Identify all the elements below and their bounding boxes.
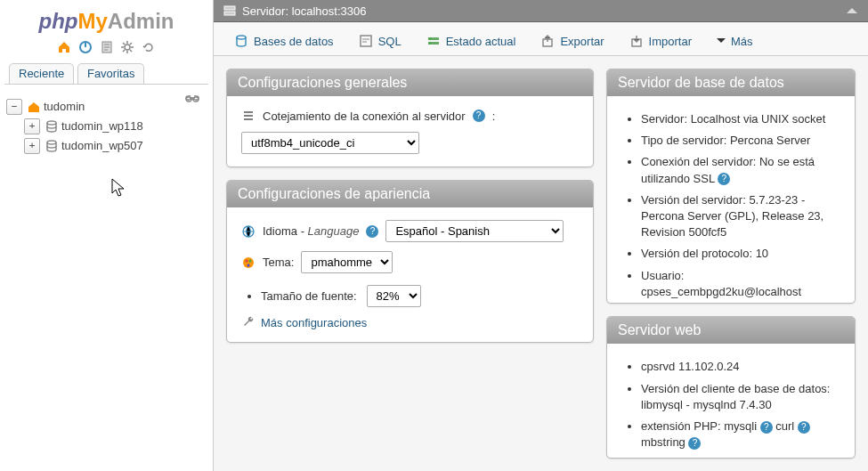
info-item: Versión de PHP: 7.4.30	[641, 453, 840, 459]
database-icon	[45, 139, 59, 153]
svg-point-21	[249, 259, 252, 262]
tree-db-label: tudomin_wp118	[61, 119, 143, 133]
wrench-icon	[241, 315, 256, 329]
navigation-panel: phpMyAdmin Reciente Favoritas − tudomin …	[0, 0, 214, 471]
language-icon	[241, 224, 256, 239]
home-small-icon	[27, 100, 41, 114]
home-icon[interactable]	[57, 40, 71, 54]
link-icon[interactable]	[185, 95, 199, 104]
logo-my: My	[77, 9, 107, 33]
panel-general-settings: Configuraciones generales Cotejamiento d…	[226, 69, 594, 167]
svg-point-7	[47, 141, 56, 144]
svg-rect-9	[224, 12, 235, 15]
collapse-icon[interactable]: −	[6, 99, 22, 115]
panel-title: Servidor web	[607, 317, 855, 344]
settings-icon[interactable]	[120, 40, 134, 54]
tab-label: Bases de datos	[254, 35, 334, 48]
more-settings-link[interactable]: Más configuraciones	[241, 310, 579, 329]
tree-db-label: tudomin_wp507	[61, 139, 143, 152]
logo-admin: Admin	[108, 9, 174, 33]
theme-icon	[241, 256, 256, 270]
svg-point-22	[247, 264, 250, 266]
server-label[interactable]: Servidor: localhost:3306	[242, 4, 366, 18]
sidebar-tabs: Reciente Favoritas	[4, 63, 208, 85]
svg-rect-11	[361, 36, 371, 46]
nav-icon-row	[4, 37, 208, 60]
collapse-panel-icon[interactable]	[845, 6, 859, 15]
language-select[interactable]: Español - Spanish	[385, 220, 564, 242]
collation-label: Cotejamiento de la conexión al servidor	[263, 110, 466, 123]
logo-php: php	[39, 9, 78, 33]
help-icon[interactable]: ?	[718, 173, 730, 185]
sql-icon	[359, 34, 373, 48]
breadcrumb-bar: Servidor: localhost:3306	[214, 0, 868, 22]
panel-title: Configuraciones de apariencia	[227, 181, 593, 207]
svg-point-2	[125, 45, 130, 50]
info-item: Versión del servidor: 5.7.23-23 - Percon…	[641, 190, 840, 244]
tab-label: Estado actual	[446, 35, 516, 48]
chevron-down-icon	[717, 38, 726, 47]
theme-select[interactable]: pmahomme	[301, 251, 393, 273]
info-item: Conjunto de caracteres del servidor: UTF…	[641, 303, 840, 305]
panel-title: Servidor de base de datos	[607, 69, 855, 96]
tab-label: Importar	[649, 35, 692, 48]
svg-point-15	[429, 43, 431, 45]
logout-icon[interactable]	[78, 40, 93, 54]
help-icon[interactable]: ?	[473, 110, 485, 122]
info-item: extensión PHP: mysqli ? curl ? mbstring …	[641, 416, 840, 453]
db-server-info-list: Servidor: Localhost via UNIX socket Tipo…	[621, 109, 840, 304]
info-item: Servidor: Localhost via UNIX socket	[641, 109, 840, 130]
tab-import[interactable]: Importar	[618, 28, 703, 55]
tab-export[interactable]: Exportar	[529, 28, 615, 55]
tab-favorites[interactable]: Favoritas	[77, 63, 144, 84]
help-icon[interactable]: ?	[688, 437, 701, 450]
tab-more[interactable]: Más	[705, 28, 765, 55]
status-icon	[426, 34, 441, 48]
tree-root[interactable]: − tudomin	[6, 97, 185, 117]
tab-sql[interactable]: SQL	[347, 28, 413, 55]
expand-icon[interactable]: +	[24, 138, 40, 154]
help-icon[interactable]: ?	[798, 421, 810, 434]
docs-icon[interactable]	[100, 40, 114, 54]
collation-icon	[241, 109, 256, 123]
reload-icon[interactable]	[142, 40, 156, 54]
panel-title: Configuraciones generales	[227, 69, 593, 96]
language-label: Idioma - Language	[263, 224, 359, 238]
info-item: Usuario: cpses_cembpgd2ku@localhost	[641, 265, 840, 303]
panel-db-server: Servidor de base de datos Servidor: Loca…	[606, 69, 856, 304]
svg-point-6	[47, 121, 56, 125]
tab-databases[interactable]: Bases de datos	[223, 28, 345, 55]
info-item: Tipo de servidor: Percona Server	[641, 130, 840, 151]
theme-label: Tema:	[263, 256, 294, 269]
info-item: Versión del cliente de base de datos: li…	[641, 378, 840, 416]
tab-label: Exportar	[560, 35, 604, 48]
panel-appearance-settings: Configuraciones de apariencia Idioma - L…	[226, 180, 594, 343]
fontsize-select[interactable]: 82%	[367, 285, 421, 307]
server-icon	[223, 4, 237, 18]
svg-point-14	[429, 38, 431, 40]
database-icon	[45, 119, 59, 134]
panel-web-server: Servidor web cpsrvd 11.102.0.24 Versión …	[606, 316, 856, 459]
help-icon[interactable]: ?	[760, 421, 773, 434]
database-icon	[234, 34, 248, 48]
expand-icon[interactable]: +	[24, 118, 40, 134]
tree-db-item[interactable]: + tudomin_wp118	[24, 117, 207, 136]
more-settings-label: Más configuraciones	[261, 316, 367, 329]
web-server-info-list: cpsrvd 11.102.0.24 Versión del cliente d…	[621, 356, 840, 459]
collation-select[interactable]: utf8mb4_unicode_ci	[241, 132, 419, 154]
export-icon	[540, 34, 555, 48]
db-tree: − tudomin + tudomin_wp118 + tudomin_wp50…	[4, 92, 208, 161]
fontsize-label: Tamaño de fuente:	[261, 289, 357, 303]
svg-rect-8	[224, 6, 235, 10]
tree-db-item[interactable]: + tudomin_wp507	[24, 136, 207, 156]
tab-label: SQL	[378, 35, 402, 48]
top-menu: Bases de datos SQL Estado actual Exporta…	[214, 22, 868, 56]
logo: phpMyAdmin	[4, 7, 208, 37]
tab-label: Más	[731, 35, 753, 48]
help-icon[interactable]: ?	[366, 225, 378, 238]
svg-point-10	[237, 36, 246, 39]
import-icon	[629, 34, 644, 48]
tab-recent[interactable]: Reciente	[9, 63, 74, 84]
tab-status[interactable]: Estado actual	[415, 28, 528, 55]
main-area: Servidor: localhost:3306 Bases de datos …	[214, 0, 868, 471]
